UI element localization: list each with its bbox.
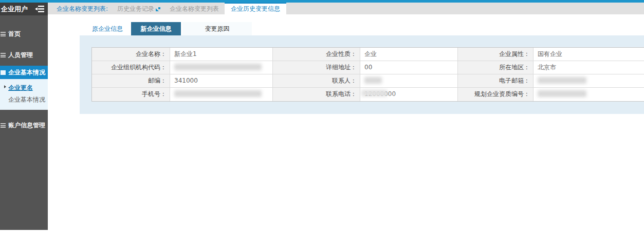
top-tab-label: 企业名称变更列表 [170,5,219,12]
field-label-address: 详细地址： [273,61,360,74]
top-tab-name-change-list[interactable]: 企业名称变更列表 [170,5,219,13]
field-value-enterprise-nature: 企业 [360,48,458,61]
main-content: 原企业信息 新企业信息 变更原因 企业名称： 新企业1 企业性质： 企业 企业属… [48,14,644,252]
field-value-contact-person [360,74,458,88]
submenu-item-label: 企业基本情况 [8,96,45,103]
field-value-org-code [170,61,273,74]
sidebar-item-label: 首页 [8,30,21,38]
sidebar-submenu: 企业更名 企业基本情况 [0,79,48,110]
tab-original-enterprise-info[interactable]: 原企业信息 [84,22,131,35]
field-value-postcode: 341000 [170,74,273,88]
submenu-item-rename[interactable]: 企业更名 [8,84,33,92]
field-label-org-code: 企业组织机构代码： [92,61,170,74]
sidebar-item-account-info[interactable]: 账户信息管理 [0,119,48,132]
sidebar-header: 企业用户 [0,3,48,15]
menu-lines-icon [1,70,6,75]
breadcrumb[interactable]: 企业名称变更列表: [57,5,108,13]
sidebar-item-label: 企业基本情况 [8,68,45,77]
menu-lines-icon [1,32,6,36]
field-value-qualification-no [533,88,644,101]
tab-label: 变更原因 [205,25,230,33]
redacted-blur [174,90,262,97]
top-tab-history-records[interactable]: 历史业务记录 [117,5,160,13]
sidebar-item-label: 人员管理 [8,51,33,60]
sidebar-item-enterprise-basic[interactable]: 企业基本情况 [0,66,48,79]
field-label-email: 电子邮箱： [458,74,533,88]
field-value-mobile [170,88,273,101]
field-label-enterprise-nature: 企业性质： [273,48,360,61]
top-tab-label: 企业历史变更信息 [231,5,280,13]
sidebar: 企业用户 首页 人员管理 企业基本情况 [0,3,48,230]
redacted-blur [538,90,586,97]
navigate-arrow-icon [156,6,160,13]
app-title: 企业用户 [1,5,28,14]
tab-label: 原企业信息 [92,25,123,33]
field-label-phone: 联系电话： [273,88,360,101]
caret-right-icon [4,85,6,88]
field-label-qualification-no: 规划企业资质编号： [458,88,533,101]
field-value-enterprise-name: 新企业1 [170,48,273,61]
tab-change-reason[interactable]: 变更原因 [182,22,252,35]
redacted-blur [174,64,262,70]
app-window: 企业用户 首页 人员管理 企业基本情况 [0,0,644,252]
field-label-region: 所在地区： [458,61,533,74]
tab-new-enterprise-info[interactable]: 新企业信息 [131,22,181,35]
field-label-postcode: 邮编： [92,74,170,88]
enterprise-info-table: 企业名称： 新企业1 企业性质： 企业 企业属性： 国有企业 企业组织机构代码：… [91,47,644,102]
top-tab-bar: 企业名称变更列表: 历史业务记录 企业名称变更列表 企业历史变更信息 [48,3,644,14]
redacted-blur [538,77,586,84]
field-value-email [533,74,644,88]
menu-lines-icon [1,123,6,128]
top-accent-strip [0,0,644,3]
field-label-enterprise-attribute: 企业属性： [458,48,533,61]
top-tab-label: 历史业务记录 [117,5,154,12]
sidebar-item-personnel[interactable]: 人员管理 [0,48,48,62]
submenu-item-label: 企业更名 [8,84,33,91]
redacted-blur [364,77,382,84]
field-label-contact-person: 联系人： [273,74,360,88]
redacted-blur [361,90,387,96]
field-label-enterprise-name: 企业名称： [92,48,170,61]
sidebar-item-label: 账户信息管理 [8,121,45,130]
menu-lines-icon [1,53,6,57]
top-tab-history-change-info[interactable]: 企业历史变更信息 [225,3,286,14]
field-value-address: 00 [360,61,458,74]
collapse-sidebar-icon[interactable] [35,6,44,12]
tab-label: 新企业信息 [141,25,172,33]
submenu-item-basic-info[interactable]: 企业基本情况 [8,95,45,104]
content-tabs: 原企业信息 新企业信息 变更原因 [84,22,252,35]
field-value-phone: 12000000 [360,88,458,101]
tab-panel: 企业名称： 新企业1 企业性质： 企业 企业属性： 国有企业 企业组织机构代码：… [80,35,644,114]
field-value-region: 北京市 [533,61,644,74]
sidebar-item-home[interactable]: 首页 [0,27,48,41]
field-label-mobile: 手机号： [92,88,170,101]
field-value-enterprise-attribute: 国有企业 [533,48,644,61]
